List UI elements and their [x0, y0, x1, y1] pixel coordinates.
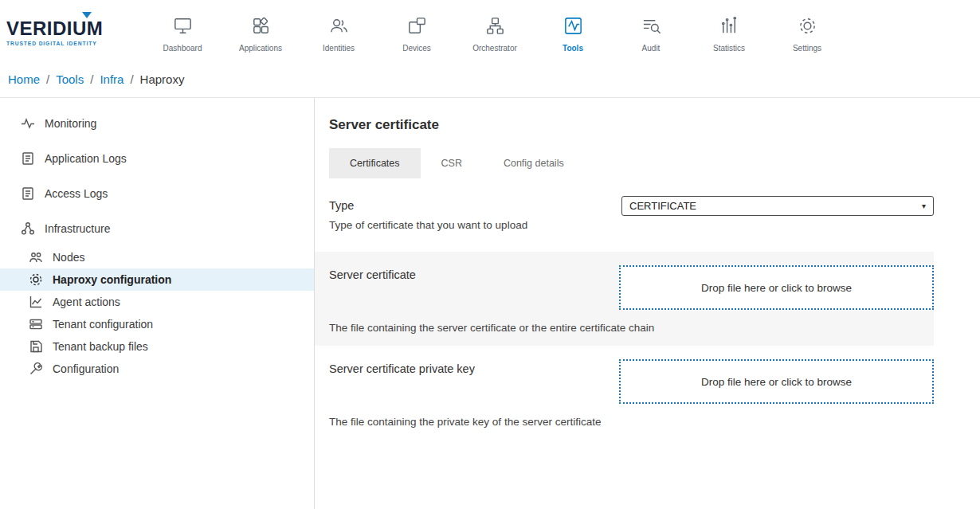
devices-icon	[406, 14, 428, 38]
veridium-logo: VERIDIUM TRUSTED DIGITAL IDENTITY	[6, 18, 132, 46]
audit-search-list-icon	[641, 14, 662, 38]
breadcrumb-home[interactable]: Home	[8, 72, 40, 86]
nav-item-dashboard[interactable]: Dashboard	[143, 10, 221, 53]
top-navigation: Dashboard Applications Identities Device…	[143, 10, 846, 53]
logo-text: VERIDIUM	[6, 18, 103, 39]
logo-triangle-icon	[82, 12, 92, 18]
applications-grid-icon	[250, 14, 272, 38]
breadcrumb-separator: /	[130, 72, 133, 86]
type-label: Type	[329, 199, 527, 212]
nav-item-audit[interactable]: Audit	[612, 10, 690, 53]
sidebar-item-haproxy-configuration[interactable]: Haproxy configuration	[0, 268, 314, 291]
sidebar-item-configuration[interactable]: Configuration	[0, 358, 314, 380]
server-certificate-dropzone[interactable]: Drop file here or click to browse	[619, 265, 934, 310]
logo-wordmark: VERIDIUM	[6, 18, 132, 40]
sidebar-item-tenant-backup-files[interactable]: Tenant backup files	[0, 335, 314, 358]
sidebar-item-label: Haproxy configuration	[53, 273, 171, 286]
nav-item-settings[interactable]: Settings	[768, 10, 846, 53]
sidebar-item-label: Monitoring	[45, 117, 96, 130]
sidebar-item-label: Access Logs	[45, 187, 108, 200]
nav-item-devices[interactable]: Devices	[378, 10, 456, 53]
sidebar-item-access-logs[interactable]: Access Logs	[0, 176, 314, 211]
sidebar-item-label: Configuration	[53, 362, 119, 375]
logo-tagline: TRUSTED DIGITAL IDENTITY	[6, 41, 132, 46]
tab-certificates[interactable]: Certificates	[329, 148, 421, 178]
gear-icon	[29, 272, 43, 287]
sidebar-item-tenant-configuration[interactable]: Tenant configuration	[0, 313, 314, 335]
main-panel: Server certificate Certificates CSR Conf…	[315, 98, 980, 509]
page-title: Server certificate	[329, 117, 934, 133]
nav-item-applications[interactable]: Applications	[221, 10, 300, 53]
sidebar-item-agent-actions[interactable]: Agent actions	[0, 291, 314, 313]
type-dropdown[interactable]: CERTIFICATE ▾	[621, 196, 934, 216]
tab-config-details[interactable]: Config details	[483, 148, 585, 178]
breadcrumb-separator: /	[46, 72, 49, 86]
sidebar-item-label: Infrastructure	[45, 222, 110, 235]
breadcrumb-separator: /	[90, 72, 93, 86]
tab-bar: Certificates CSR Config details	[329, 148, 934, 178]
wrench-icon	[29, 362, 43, 376]
nav-label: Devices	[402, 44, 431, 53]
settings-gear-icon	[797, 14, 818, 38]
sidebar-item-label: Application Logs	[45, 152, 127, 165]
form-row-server-certificate: Server certificate Drop file here or cli…	[315, 252, 934, 346]
line-chart-icon	[29, 295, 43, 309]
top-bar: VERIDIUM TRUSTED DIGITAL IDENTITY Dashbo…	[0, 0, 980, 61]
nav-item-orchestrator[interactable]: Orchestrator	[456, 10, 534, 53]
sidebar-item-application-logs[interactable]: Application Logs	[0, 141, 314, 176]
nav-item-identities[interactable]: Identities	[300, 10, 378, 53]
dashboard-monitor-icon	[172, 14, 194, 38]
sidebar-item-nodes[interactable]: Nodes	[0, 246, 314, 268]
content-area: Monitoring Application Logs Access Logs …	[0, 98, 980, 509]
nav-item-tools[interactable]: Tools	[534, 10, 612, 53]
chevron-down-icon: ▾	[922, 202, 926, 210]
nav-label: Tools	[563, 44, 583, 53]
breadcrumb: Home / Tools / Infra / Haproxy	[0, 61, 980, 98]
server-certificate-description: The file containing the server certifica…	[329, 322, 934, 334]
sidebar-item-label: Nodes	[53, 251, 84, 264]
tab-csr[interactable]: CSR	[421, 148, 483, 178]
sidebar: Monitoring Application Logs Access Logs …	[0, 98, 315, 509]
nav-label: Dashboard	[163, 44, 202, 53]
private-key-description: The file containing the private key of t…	[329, 416, 934, 428]
breadcrumb-infra[interactable]: Infra	[100, 72, 123, 86]
identities-people-icon	[328, 14, 350, 38]
nav-label: Statistics	[713, 44, 745, 53]
nav-label: Orchestrator	[472, 44, 517, 53]
orchestrator-flow-icon	[484, 14, 506, 38]
server-certificate-label: Server certificate	[329, 265, 416, 281]
nav-item-statistics[interactable]: Statistics	[690, 10, 768, 53]
network-icon	[21, 221, 35, 236]
form-row-type: Type Type of certificate that you want t…	[315, 199, 934, 252]
document-icon	[21, 186, 35, 201]
type-field-text: Type Type of certificate that you want t…	[329, 199, 527, 231]
breadcrumb-haproxy: Haproxy	[140, 72, 185, 86]
breadcrumb-tools[interactable]: Tools	[56, 72, 84, 86]
private-key-dropzone[interactable]: Drop file here or click to browse	[619, 359, 934, 404]
nav-label: Applications	[239, 44, 282, 53]
activity-icon	[21, 116, 35, 131]
save-icon	[29, 339, 43, 354]
nav-label: Identities	[323, 44, 355, 53]
tools-pulse-icon	[563, 14, 584, 38]
nav-label: Audit	[642, 44, 661, 53]
type-description: Type of certificate that you want to upl…	[329, 219, 527, 231]
sidebar-item-label: Tenant backup files	[53, 340, 148, 353]
server-icon	[29, 317, 43, 331]
private-key-label: Server certificate private key	[329, 359, 475, 375]
sidebar-item-label: Agent actions	[53, 296, 120, 308]
form-row-private-key: Server certificate private key Drop file…	[315, 346, 934, 440]
sidebar-item-label: Tenant configuration	[53, 318, 153, 331]
document-icon	[21, 151, 35, 166]
sidebar-item-monitoring[interactable]: Monitoring	[0, 106, 314, 141]
sidebar-item-infrastructure[interactable]: Infrastructure	[0, 211, 314, 246]
type-dropdown-value: CERTIFICATE	[629, 200, 696, 212]
people-icon	[29, 250, 43, 264]
nav-label: Settings	[793, 44, 821, 53]
statistics-bars-icon	[719, 14, 740, 38]
